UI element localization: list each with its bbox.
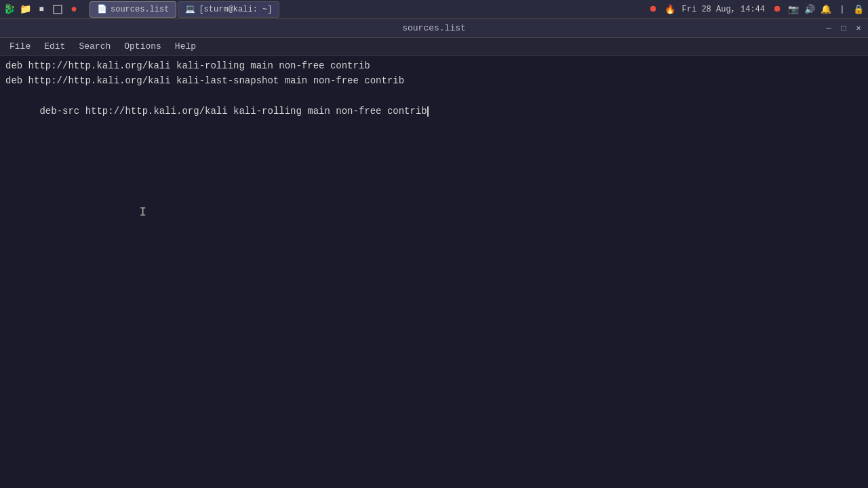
record-icon[interactable]: ⏺ xyxy=(647,3,660,16)
lock-icon[interactable]: 🔒 xyxy=(852,3,865,16)
taskbar-apps: 📄 sources.list 💻 [sturm@kali: ~] xyxy=(90,1,279,18)
menu-edit[interactable]: Edit xyxy=(37,40,72,53)
screenrecord-icon[interactable]: ⏺ xyxy=(770,3,784,16)
editor-area[interactable]: deb http://http.kali.org/kali kali-rolli… xyxy=(0,56,868,488)
camera-icon[interactable]: 📷 xyxy=(787,3,800,16)
window-controls: — □ ✕ xyxy=(822,22,865,35)
window-title: sources.list xyxy=(402,23,466,33)
editor-line-3-text: deb-src http://http.kali.org/kali kali-r… xyxy=(39,106,427,117)
terminal-app-icon: 💻 xyxy=(185,4,195,14)
speaker-icon[interactable]: 🔊 xyxy=(803,3,816,16)
editor-line-1: deb http://http.kali.org/kali kali-rolli… xyxy=(5,58,863,73)
text-cursor xyxy=(427,106,429,117)
kali-dragon-icon[interactable]: 🐉 xyxy=(1,2,16,17)
menubar: File Edit Search Options Help xyxy=(0,38,868,56)
bell-icon[interactable]: 🔔 xyxy=(819,3,833,16)
editor-empty-area: | I xyxy=(5,134,863,405)
terminal-app-label: [sturm@kali: ~] xyxy=(199,5,272,14)
datetime: Fri 28 Aug, 14:44 xyxy=(679,5,768,14)
close-button[interactable]: ✕ xyxy=(852,22,865,35)
titlebar: sources.list — □ ✕ xyxy=(0,19,868,38)
editor-line-2: deb http://http.kali.org/kali kali-last-… xyxy=(5,73,863,88)
files-icon[interactable]: 📁 xyxy=(18,2,33,17)
editor-window: sources.list — □ ✕ File Edit Search Opti… xyxy=(0,19,868,488)
terminal-icon[interactable]: ■ xyxy=(34,2,49,17)
sources-list-icon: 📄 xyxy=(97,4,107,14)
maximize-button[interactable]: □ xyxy=(837,22,850,35)
separator-icon: | xyxy=(835,3,849,16)
menu-help[interactable]: Help xyxy=(168,40,203,53)
taskbar-left: 🐉 📁 ■ ● 📄 sources.list 💻 [sturm@kali: ~] xyxy=(0,1,279,18)
menu-search[interactable]: Search xyxy=(72,40,117,53)
editor-line-3: deb-src http://http.kali.org/kali kali-r… xyxy=(5,89,863,134)
menu-file[interactable]: File xyxy=(3,40,37,53)
minimize-button[interactable]: — xyxy=(822,22,835,35)
taskbar: 🐉 📁 ■ ● 📄 sources.list 💻 [sturm@kali: ~] xyxy=(0,0,868,19)
sources-list-app-btn[interactable]: 📄 sources.list xyxy=(90,1,176,18)
fire-icon[interactable]: 🔥 xyxy=(663,3,677,16)
menu-options[interactable]: Options xyxy=(117,40,168,53)
taskbar-right: ⏺ 🔥 Fri 28 Aug, 14:44 ⏺ 📷 🔊 🔔 | 🔒 xyxy=(647,3,868,16)
terminal-app-btn[interactable]: 💻 [sturm@kali: ~] xyxy=(178,1,279,18)
red-circle-icon[interactable]: ● xyxy=(66,2,81,17)
sources-list-label: sources.list xyxy=(111,5,169,14)
black-square-icon[interactable] xyxy=(50,2,65,17)
